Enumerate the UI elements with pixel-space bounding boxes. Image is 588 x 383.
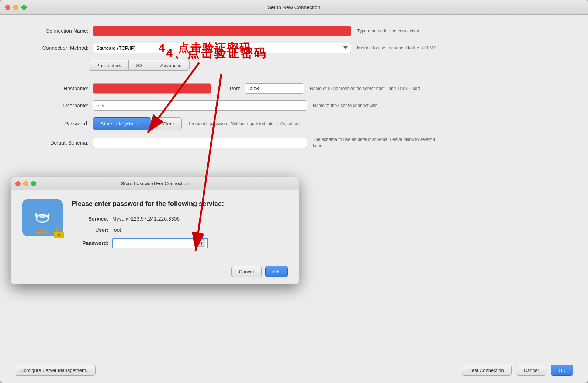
connection-method-label: Connection Method: [15, 45, 89, 51]
port-input[interactable] [245, 83, 304, 94]
bottom-bar: Test Connection Cancel OK [462, 365, 574, 376]
store-in-keychain-button[interactable]: Store in Keychain ... [93, 117, 151, 130]
maximize-button[interactable] [21, 5, 27, 10]
password-buttons: Store in Keychain ... Clear [93, 117, 182, 130]
service-value: Mysql@123.57.241.226:3306 [112, 216, 180, 222]
connection-method-row: Connection Method: Standard (TCP/IP) Met… [15, 43, 573, 53]
tabs-row: Parameters SSL Advanced [15, 60, 573, 71]
dialog-title: Store Password For Connection [121, 181, 189, 186]
connection-name-label: Connection Name: [15, 28, 89, 34]
store-password-dialog: Store Password For Connection [11, 177, 299, 284]
username-hint: Name of the user to connect with. [313, 103, 379, 108]
title-bar: Setup New Connection [0, 0, 588, 15]
dialog-heading: Please enter password for the following … [72, 199, 288, 208]
dialog-buttons: Cancel OK [11, 262, 299, 284]
user-row: User: root [72, 227, 288, 233]
service-row: Service: Mysql@123.57.241.226:3306 [72, 216, 288, 222]
password-label: Password: [15, 121, 89, 127]
minimize-button[interactable] [13, 5, 18, 10]
dialog-cancel-button[interactable]: Cancel [231, 266, 262, 277]
hostname-hint: Name or IP address of the server host - … [310, 86, 421, 92]
connection-name-row: Connection Name: Type a name for the con… [15, 26, 573, 36]
username-row: Username: Name of the user to connect wi… [15, 100, 573, 111]
dialog-close-button[interactable] [15, 181, 21, 186]
test-connection-button[interactable]: Test Connection [462, 365, 512, 376]
username-input[interactable] [93, 100, 307, 111]
tab-parameters[interactable]: Parameters [89, 60, 129, 71]
dolphin-icon [31, 207, 53, 229]
default-schema-hint: The schema to use as default schema. Lea… [313, 137, 442, 149]
hostname-row: Hostname: Port: Name or IP address of th… [15, 83, 573, 94]
password-hint: The user's password. Will be requested l… [188, 121, 301, 127]
port-label: Port: [218, 86, 241, 92]
password-upload-icon[interactable] [198, 239, 205, 247]
dialog-minimize-button[interactable] [23, 181, 28, 186]
dialog-password-label: Password: [72, 240, 108, 246]
clear-button[interactable]: Clear [155, 117, 182, 130]
content-area: Connection Name: Type a name for the con… [0, 15, 588, 170]
cancel-button[interactable]: Cancel [516, 365, 546, 376]
dialog-maximize-button[interactable] [31, 181, 36, 186]
service-label: Service: [72, 216, 108, 222]
dialog-password-input[interactable] [115, 241, 198, 246]
password-row: Password: Store in Keychain ... Clear Th… [15, 117, 573, 130]
workbench-icon: MySQL Workbench [22, 199, 63, 236]
connection-name-input[interactable] [93, 26, 351, 36]
workbench-label: MySQL Workbench [22, 229, 63, 235]
tab-advanced[interactable]: Advanced [153, 60, 190, 71]
connection-method-hint: Method to use to connect to the RDBMS [357, 45, 436, 51]
hostname-label: Hostname: [15, 86, 89, 92]
user-label: User: [72, 227, 108, 233]
hostname-input[interactable] [93, 83, 211, 94]
dialog-traffic-lights [15, 181, 36, 186]
default-schema-label: Default Schema: [15, 140, 89, 146]
user-value: root [112, 227, 121, 233]
close-button[interactable] [5, 5, 10, 10]
window-title: Setup New Connection [267, 4, 320, 10]
dialog-content: MySQL Workbench Please enter password fo… [11, 190, 299, 262]
tab-ssl[interactable]: SSL [129, 60, 153, 71]
connection-name-hint: Type a name for the connection [357, 28, 419, 34]
dialog-password-row: Password: [72, 238, 288, 248]
bottom-bar-left: Configure Server Management... [15, 365, 96, 376]
default-schema-input[interactable] [93, 138, 307, 148]
dialog-title-bar: Store Password For Connection [11, 177, 299, 190]
traffic-lights [5, 5, 27, 10]
default-schema-row: Default Schema: The schema to use as def… [15, 137, 573, 149]
connection-method-select[interactable]: Standard (TCP/IP) [93, 43, 351, 53]
svg-point-3 [39, 214, 46, 218]
dialog-ok-button[interactable]: OK [265, 266, 288, 277]
configure-server-management-button[interactable]: Configure Server Management... [15, 365, 96, 376]
parameters-section: Hostname: Port: Name or IP address of th… [15, 80, 573, 159]
dialog-body: Please enter password for the following … [72, 199, 288, 253]
ok-button[interactable]: OK [551, 365, 573, 376]
dialog-password-field[interactable] [112, 238, 208, 248]
username-label: Username: [15, 103, 89, 108]
dialog-icon-area: MySQL Workbench [22, 199, 63, 253]
